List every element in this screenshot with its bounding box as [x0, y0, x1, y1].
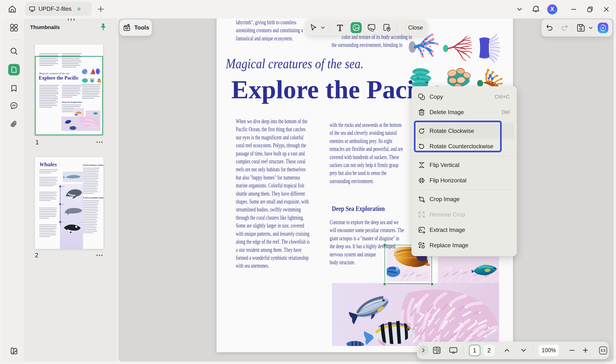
menu-item-shortcut: Del: [502, 109, 510, 115]
page-1-viewport-indicator: [35, 56, 103, 135]
image-tool-icon: [352, 24, 360, 31]
selection-handle-bottom-left[interactable]: [383, 282, 387, 286]
selection-handle-bottom-right[interactable]: [430, 282, 434, 286]
page-2-more-button[interactable]: [97, 254, 105, 256]
ai-assistant-button[interactable]: [598, 23, 608, 33]
previous-page-button[interactable]: [501, 345, 513, 356]
menu-item-flip-vertical[interactable]: Flip Vertical: [414, 157, 514, 173]
page-text-col2-body: with the rocks and seaweeds at the botto…: [330, 121, 403, 185]
sidebar-item-comments[interactable]: [8, 100, 20, 112]
home-button[interactable]: [8, 5, 17, 13]
save-dropdown[interactable]: [586, 22, 595, 34]
menu-item-remove-crop: Remove Crop: [414, 207, 514, 222]
zoom-level[interactable]: 100%: [539, 345, 559, 356]
zoom-in-button[interactable]: [580, 345, 591, 356]
menu-item-label: Remove Crop: [430, 211, 465, 218]
thumbnail-page-2[interactable]: Whales Food of baleen whales Food of too…: [35, 157, 103, 249]
sidebar-item-home-grid[interactable]: [8, 22, 20, 33]
image-context-menu: Copy Ctrl+C Delete Image Del Rotate Cloc…: [411, 86, 517, 256]
close-edit-button[interactable]: Close: [406, 21, 425, 34]
save-icon: [576, 23, 586, 32]
menu-item-crop-image[interactable]: Crop Image: [414, 192, 514, 207]
coral-illustration-red-fan[interactable]: [443, 35, 472, 61]
apps-grid-icon: [9, 23, 19, 32]
menu-item-replace-image[interactable]: Replace Image: [414, 238, 514, 253]
page-text-col2-top-line1: color and texture of its body according …: [342, 33, 412, 41]
coral-illustration-anemone[interactable]: [478, 31, 502, 65]
menu-item-flip-horizontal[interactable]: Flip Horizontal: [414, 173, 514, 188]
left-sidebar: [2, 18, 24, 362]
page-number-current[interactable]: 1: [469, 345, 480, 356]
menu-separator: [412, 156, 516, 156]
monitor-icon: [29, 6, 35, 12]
sidebar-item-thumbnails[interactable]: [8, 64, 20, 76]
annotation-tool-button[interactable]: [381, 22, 393, 33]
thumbnail-page-1[interactable]: Magical creatures of the sea. Explore th…: [35, 44, 103, 135]
plus-icon: [582, 347, 589, 354]
undo-button[interactable]: [544, 22, 555, 34]
toolbar-divider: [533, 346, 533, 354]
redo-button[interactable]: [559, 22, 570, 34]
page-number-next[interactable]: 2: [483, 345, 495, 356]
menu-item-copy[interactable]: Copy Ctrl+C: [414, 89, 514, 104]
link-tool-button[interactable]: [366, 22, 377, 33]
bell-icon: [532, 5, 540, 14]
one-to-one-label: 1:1: [599, 346, 607, 354]
notifications-button[interactable]: [528, 0, 544, 18]
restore-button[interactable]: [582, 0, 598, 18]
copy-icon: [418, 93, 425, 101]
menu-item-delete-image[interactable]: Delete Image Del: [414, 104, 514, 120]
photo-reef-large[interactable]: [332, 283, 499, 346]
sidebar-item-attachments[interactable]: [8, 118, 20, 130]
actual-size-button[interactable]: 1:1: [597, 345, 609, 356]
undo-icon: [545, 24, 554, 32]
menu-item-shortcut: Ctrl+C: [494, 94, 510, 100]
image-tool-button[interactable]: [350, 22, 362, 33]
close-window-button[interactable]: [598, 0, 615, 18]
page-1-more-button[interactable]: [97, 141, 105, 143]
page-icon: [10, 66, 18, 73]
toolbar-divider: [463, 346, 464, 354]
menu-item-label: Copy: [430, 93, 443, 100]
zoom-out-button[interactable]: [566, 345, 578, 356]
toolbar-divider: [572, 24, 573, 32]
sidebar-item-bookmarks[interactable]: [8, 83, 20, 94]
replace-image-icon: [418, 241, 425, 249]
coral-illustration-orange[interactable]: [477, 64, 503, 89]
close-icon: [602, 6, 610, 13]
tools-button[interactable]: Tools: [120, 19, 152, 36]
close-label: Close: [408, 24, 423, 31]
paperclip-icon: [10, 120, 18, 129]
select-tool-dropdown[interactable]: [319, 22, 327, 33]
panel-drag-handle[interactable]: [66, 18, 76, 21]
minimize-button[interactable]: [565, 0, 582, 18]
thumbnails-panel: Thumbnails Magical creatures of the sea.: [24, 18, 117, 362]
coral-illustration-blue[interactable]: [408, 32, 439, 60]
presentation-button[interactable]: [448, 345, 459, 356]
page-current-label: 1: [473, 347, 476, 354]
account-button[interactable]: X: [544, 0, 560, 18]
page-1-number: 1: [35, 139, 39, 146]
cursor-icon: [309, 24, 317, 32]
title-bar: UPDF-2-files X: [0, 0, 616, 18]
coral-illustration-plates[interactable]: [443, 65, 472, 88]
photo-coral-strip[interactable]: [438, 257, 499, 283]
expand-toolbar-button[interactable]: [418, 345, 429, 356]
menu-item-extract-image[interactable]: Extract Image: [414, 222, 514, 238]
save-button[interactable]: [575, 22, 587, 34]
text-tool-button[interactable]: [334, 22, 346, 33]
next-page-button[interactable]: [518, 345, 529, 356]
new-tab-button[interactable]: [97, 5, 105, 13]
sidebar-item-search[interactable]: [8, 45, 20, 57]
menu-item-label: Crop Image: [430, 196, 460, 203]
select-tool-button[interactable]: [308, 22, 319, 33]
plus-icon: [97, 5, 105, 13]
pin-button[interactable]: [100, 23, 107, 30]
document-tab[interactable]: UPDF-2-files: [25, 2, 92, 16]
sidebar-item-swatches[interactable]: [8, 345, 20, 357]
menu-item-label: Extract Image: [430, 227, 465, 233]
coral-illustration-brain[interactable]: [408, 63, 437, 89]
reading-mode-button[interactable]: [431, 345, 443, 356]
page-subheading: Deep Sea Exploration: [332, 205, 385, 213]
titlebar-dropdown-button[interactable]: [511, 0, 528, 18]
